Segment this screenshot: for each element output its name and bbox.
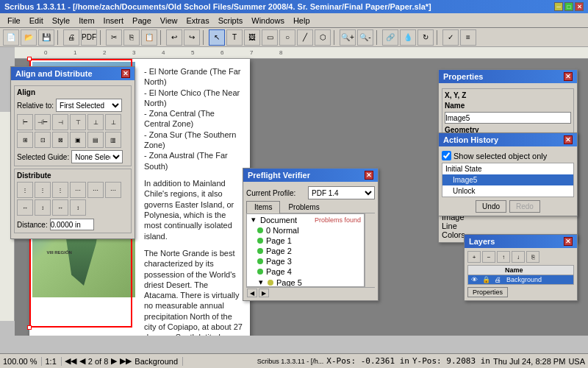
menu-windows[interactable]: Windows xyxy=(247,15,289,26)
dist-r2-1[interactable]: ↔ xyxy=(17,199,33,216)
menu-edit[interactable]: Edit xyxy=(25,15,48,26)
preflight-page3[interactable]: Page 3 xyxy=(247,256,364,266)
preflight-panel-close[interactable]: ✕ xyxy=(365,171,373,180)
action-panel-title[interactable]: Action History ✕ xyxy=(439,133,577,146)
preflight-btn[interactable]: ✓ xyxy=(442,29,459,46)
preflight-tab-items[interactable]: Items xyxy=(246,201,280,213)
ellipse-tool[interactable]: ○ xyxy=(279,29,295,46)
pdf-button[interactable]: PDF xyxy=(81,29,97,46)
pf-scroll-right[interactable]: ▶ xyxy=(259,289,269,297)
align-center-v-btn[interactable]: ⊥ xyxy=(87,114,104,130)
action-panel-close[interactable]: ✕ xyxy=(564,135,573,144)
image-tool[interactable]: 🖼 xyxy=(244,29,260,46)
preflight-page5[interactable]: ▾ Page 5 xyxy=(247,277,364,287)
select-tool[interactable]: ↖ xyxy=(209,29,225,46)
layer-print-toggle[interactable]: 🖨 xyxy=(492,275,503,284)
dist-r1-4[interactable]: ⋯ xyxy=(70,182,86,198)
polygon-tool[interactable]: ⬡ xyxy=(315,29,331,46)
layers-down-btn[interactable]: ↓ xyxy=(512,251,525,263)
page-nav-prev[interactable]: ◀◀ xyxy=(65,356,76,366)
action-image5[interactable]: Image5 xyxy=(442,174,573,185)
relative-to-select[interactable]: First Selected Last Selected Page xyxy=(56,99,122,112)
zoom-in[interactable]: 🔍+ xyxy=(340,29,356,46)
dist-r1-1[interactable]: ⋮ xyxy=(17,182,33,198)
preflight-panel-title[interactable]: Preflight Verifier ✕ xyxy=(243,169,378,182)
align-bottom-btn[interactable]: ⊥ xyxy=(105,114,121,130)
preflight-page1[interactable]: Page 1 xyxy=(247,236,364,246)
preflight-items-list[interactable]: ▾ Document Problems found 0 Normal Page … xyxy=(246,213,365,287)
undo-button[interactable]: ↩ xyxy=(166,29,182,46)
line-tool[interactable]: ╱ xyxy=(297,29,313,46)
dist-r2-4[interactable]: ↕ xyxy=(70,199,86,216)
rotate-tool[interactable]: ↻ xyxy=(417,29,434,46)
menu-help[interactable]: Help xyxy=(289,15,315,26)
undo-button[interactable]: Undo xyxy=(476,200,506,213)
layer-lock-toggle[interactable]: 🔒 xyxy=(480,275,492,284)
menu-view[interactable]: View xyxy=(156,15,182,26)
preflight-page2[interactable]: Page 2 xyxy=(247,246,364,256)
preflight-normal[interactable]: 0 Normal xyxy=(247,225,364,236)
copy-button[interactable]: ⎘ xyxy=(123,29,140,46)
save-button[interactable]: 💾 xyxy=(38,29,54,46)
dist-r1-6[interactable]: ⋯ xyxy=(105,182,121,198)
selection-handle-bl[interactable] xyxy=(27,325,32,330)
page-nav-forward[interactable]: ▶ xyxy=(111,356,117,366)
page-nav-next[interactable]: ▶▶ xyxy=(120,356,132,366)
page5-expand-icon[interactable]: ▾ xyxy=(257,277,265,287)
align-r2-1[interactable]: ⊞ xyxy=(17,132,33,148)
align-r2-2[interactable]: ⊡ xyxy=(35,132,51,148)
preflight-document[interactable]: ▾ Document Problems found xyxy=(247,214,364,225)
align-r2-4[interactable]: ▣ xyxy=(70,132,86,148)
print-button[interactable]: 🖨 xyxy=(63,29,79,46)
layers-del-btn[interactable]: − xyxy=(482,251,495,263)
selection-handle-tl[interactable] xyxy=(27,57,32,61)
menu-item[interactable]: Item xyxy=(74,15,98,26)
eyedrop-tool[interactable]: 💧 xyxy=(400,29,416,46)
menu-page[interactable]: Page xyxy=(128,15,156,26)
props-panel-close[interactable]: ✕ xyxy=(564,72,573,81)
dist-r2-3[interactable]: ↔ xyxy=(52,199,68,216)
redo-button[interactable]: Redo xyxy=(509,200,540,213)
menu-insert[interactable]: Insert xyxy=(99,15,129,26)
layer-background-row[interactable]: 👁 🔒 🖨 Background xyxy=(468,275,573,284)
layer-vis-toggle[interactable]: 👁 xyxy=(468,275,480,284)
menu-file[interactable]: File xyxy=(3,15,25,26)
maximize-button[interactable]: □ xyxy=(564,2,573,11)
align-panel-close[interactable]: ✕ xyxy=(121,69,130,78)
redo-button[interactable]: ↪ xyxy=(184,29,200,46)
layers-up-btn[interactable]: ↑ xyxy=(497,251,510,263)
layers-add-btn[interactable]: + xyxy=(467,251,481,263)
close-button[interactable]: ✕ xyxy=(575,2,584,11)
selected-guide-select[interactable]: None Selected xyxy=(71,150,123,163)
align-r2-3[interactable]: ⊠ xyxy=(52,132,68,148)
doc-expand-icon[interactable]: ▾ xyxy=(250,215,257,224)
action-unlock[interactable]: Unlock xyxy=(442,185,573,197)
preflight-scrollbar[interactable] xyxy=(365,213,375,287)
layers-dup-btn[interactable]: ⎘ xyxy=(526,251,539,263)
name-input[interactable] xyxy=(445,112,571,124)
dist-r1-3[interactable]: ⋮ xyxy=(52,182,68,198)
align-left-btn[interactable]: ⊢ xyxy=(17,114,33,130)
rect-tool[interactable]: ▭ xyxy=(262,29,278,46)
preflight-tab-problems[interactable]: Problems xyxy=(280,201,327,213)
show-selected-checkbox[interactable] xyxy=(442,151,451,160)
layers-panel-title[interactable]: Layers ✕ xyxy=(465,235,577,248)
menu-extras[interactable]: Extras xyxy=(182,15,213,26)
align-panel-title[interactable]: Align and Distribute ✕ xyxy=(11,67,135,80)
pf-scroll-left[interactable]: ◀ xyxy=(247,289,257,297)
open-button[interactable]: 📂 xyxy=(21,29,37,46)
align-top-btn[interactable]: ⊤ xyxy=(70,114,86,130)
layers-panel-close[interactable]: ✕ xyxy=(564,237,573,246)
text-tool[interactable]: T xyxy=(226,29,243,46)
paste-button[interactable]: 📋 xyxy=(141,29,157,46)
status-zoom[interactable]: 100.00 % xyxy=(3,357,42,366)
layers-prop-btn[interactable]: Properties xyxy=(467,287,508,297)
status-layer[interactable]: Background xyxy=(135,357,183,366)
link-tool[interactable]: 🔗 xyxy=(382,29,398,46)
cut-button[interactable]: ✂ xyxy=(106,29,122,46)
align-r2-6[interactable]: ▥ xyxy=(105,132,121,148)
menu-scripts[interactable]: Scripts xyxy=(214,15,248,26)
dist-r2-2[interactable]: ↕ xyxy=(35,199,51,216)
align-r2-5[interactable]: ▤ xyxy=(87,132,104,148)
action-initial-state[interactable]: Initial State xyxy=(442,163,573,174)
